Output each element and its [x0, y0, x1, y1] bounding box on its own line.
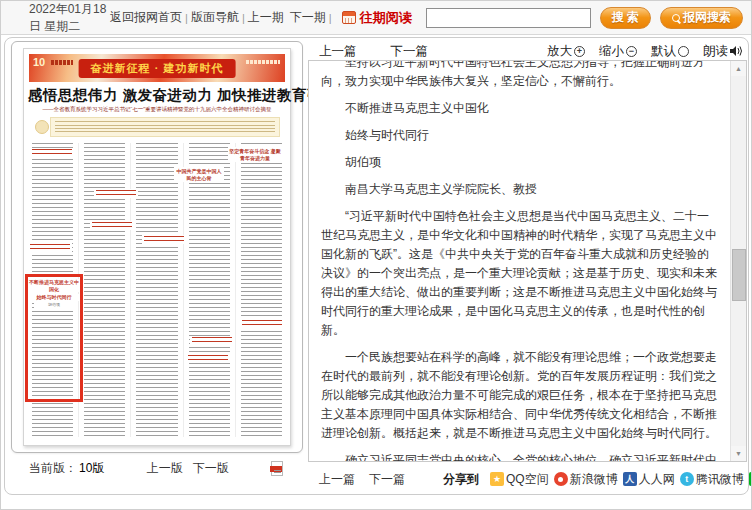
current-page-value: 10版 — [79, 460, 104, 477]
editor-note-box — [50, 117, 280, 137]
article-title-line: 不断推进马克思主义中国化 — [321, 99, 718, 118]
text-column — [183, 143, 230, 437]
share-renren[interactable]: 人人网 — [639, 471, 675, 488]
article-title-mark — [142, 235, 186, 244]
selected-article-title-line2: 始终与时代同行 — [29, 294, 79, 301]
editor-note-seal — [35, 120, 49, 134]
share-to-label: 分享到 — [443, 471, 479, 488]
note-text-lines — [55, 121, 275, 133]
article-reader-pane: 坚持以习近平新时代中国特色社会主义思想为指导，把握正确前进方向，致力实现中华民族… — [308, 60, 747, 462]
article-scrollbar[interactable]: ▲ ▼ — [730, 61, 746, 461]
current-page-label: 当前版： — [29, 460, 77, 477]
newspaper-page-thumbnail[interactable]: 10 奋进新征程 · 建功新时代 感悟思想伟力 激发奋进动力 加快推进教育强省建… — [23, 48, 291, 446]
tencent-weibo-icon[interactable]: t — [680, 472, 694, 486]
separator: | — [329, 12, 332, 24]
renren-icon[interactable]: 人 — [623, 472, 637, 486]
next-issue-link[interactable]: 下一期 — [290, 9, 326, 26]
qzone-icon[interactable]: ★ — [490, 472, 504, 486]
reader-view-controls: 放大 + 缩小 − 默认 朗读 — [537, 43, 743, 60]
calendar-icon — [342, 11, 356, 24]
page-subtitle: ——全省教育系统学习习近平总书记“七一”重要讲话精神暨党的十九届六中全会精神研讨… — [30, 106, 284, 113]
article-title-mark — [28, 243, 72, 252]
past-issues-link[interactable]: 往期阅读 — [360, 9, 412, 27]
scrollbar-thumb[interactable] — [732, 249, 746, 301]
share-toolbar: 上一篇 下一篇 分享到 ★ QQ空间 新浪微博 人 人人网 t 腾讯微博 豆 豆… — [319, 470, 747, 488]
issue-date: 2022年01月18日 星期二 — [29, 1, 107, 35]
prev-article-link[interactable]: 上一篇 — [319, 43, 357, 60]
text-column — [235, 143, 282, 437]
page-headline: 感悟思想伟力 激发奋进动力 加快推进教育强省建设 — [28, 86, 286, 105]
zoom-out-control[interactable]: 缩小 − — [599, 43, 637, 60]
selected-article-highlight[interactable]: 不断推进马克思主义中国化 始终与时代同行 胡伯项 — [25, 274, 83, 402]
scroll-down-arrow[interactable]: ▼ — [731, 446, 746, 461]
article-title-mark — [190, 336, 234, 345]
page-thumbnail-panel: 10 奋进新征程 · 建功新时代 感悟思想伟力 激发奋进动力 加快推进教育强省建… — [11, 41, 303, 453]
next-article-link-bottom[interactable]: 下一篇 — [369, 471, 405, 488]
search-icon — [672, 14, 680, 22]
top-toolbar: 2022年01月18日 星期二 返回报网首页| 版面导航| 上一期 下一期| 往… — [1, 1, 751, 35]
pdf-download-icon[interactable] — [271, 461, 283, 476]
article-title-mark — [94, 189, 138, 198]
text-column — [130, 143, 177, 437]
speaker-icon — [730, 45, 743, 57]
separator: | — [242, 12, 245, 24]
article-paragraph: 坚持以习近平新时代中国特色社会主义思想为指导，把握正确前进方向，致力实现中华民族… — [321, 61, 718, 91]
zoom-out-icon: − — [626, 46, 637, 57]
separator: | — [185, 12, 188, 24]
prev-article-link-bottom[interactable]: 上一篇 — [319, 471, 355, 488]
article-paragraph: “习近平新时代中国特色社会主义思想是当代中国马克思主义、二十一世纪马克思主义，是… — [321, 207, 718, 340]
next-article-link[interactable]: 下一篇 — [391, 43, 429, 60]
article-body: 坚持以习近平新时代中国特色社会主义思想为指导，把握正确前进方向，致力实现中华民族… — [321, 61, 718, 461]
text-column — [78, 143, 125, 437]
selected-article-author: 胡伯项 — [34, 302, 74, 308]
prev-page-link[interactable]: 上一版 — [147, 460, 183, 477]
search-button[interactable]: 搜 索 — [600, 7, 651, 29]
article-affiliation-line: 南昌大学马克思主义学院院长、教授 — [321, 180, 718, 199]
page-number-badge: 10 — [33, 56, 45, 68]
article-title-thumbnail[interactable]: 中国共产党是中国人民的主心骨 — [174, 167, 224, 182]
article-paragraph: 一个民族想要站在科学的高峰，就不能没有理论思维；一个政党想要走在时代的最前列，就… — [321, 348, 718, 443]
share-sina-weibo[interactable]: 新浪微博 — [570, 471, 618, 488]
page-banner: 10 奋进新征程 · 建功新时代 — [29, 54, 285, 82]
site-search-button[interactable]: 报网搜索 — [660, 7, 743, 29]
selected-article-title-line1: 不断推进马克思主义中国化 — [29, 279, 79, 292]
article-title-thumbnail[interactable]: 坚定青年奋斗信念 凝聚青年奋进力量 — [228, 147, 282, 162]
search-input[interactable] — [426, 8, 591, 28]
prev-issue-link[interactable]: 上一期 — [248, 9, 284, 26]
article-title-mark — [240, 319, 284, 328]
share-tencent-weibo[interactable]: 腾讯微博 — [696, 471, 744, 488]
sina-weibo-icon[interactable] — [554, 472, 568, 486]
home-link[interactable]: 返回报网首页 — [110, 9, 182, 26]
share-qzone[interactable]: QQ空间 — [506, 471, 549, 488]
article-title-mark — [186, 354, 230, 363]
banner-slogan: 奋进新征程 · 建功新时代 — [79, 59, 236, 78]
page-nav-link[interactable]: 版面导航 — [191, 9, 239, 26]
zoom-in-control[interactable]: 放大 + — [547, 43, 585, 60]
next-page-link[interactable]: 下一版 — [193, 460, 229, 477]
reader-toolbar: 上一篇 下一篇 放大 + 缩小 − 默认 朗读 — [319, 43, 743, 59]
banner-date-mark — [246, 60, 280, 64]
article-title-mark — [30, 148, 74, 157]
zoom-default-control[interactable]: 默认 — [651, 43, 689, 60]
page-section-mark — [51, 60, 73, 65]
zoom-in-icon: + — [574, 46, 585, 57]
article-title-mark — [90, 221, 134, 230]
zoom-default-icon — [678, 46, 689, 57]
article-paragraph: 确立习近平同志党中央的核心、全党的核心地位，确立习近平新时代中国特色社会主义思想… — [321, 451, 718, 461]
article-author-line: 胡伯项 — [321, 153, 718, 172]
read-aloud-control[interactable]: 朗读 — [703, 43, 743, 60]
page-controls: 当前版： 10版 上一版 下一版 — [11, 458, 303, 478]
digital-newspaper-window: 2022年01月18日 星期二 返回报网首页| 版面导航| 上一期 下一期| 往… — [0, 0, 752, 510]
article-subtitle-line: 始终与时代同行 — [321, 126, 718, 145]
scroll-up-arrow[interactable]: ▲ — [731, 61, 746, 76]
